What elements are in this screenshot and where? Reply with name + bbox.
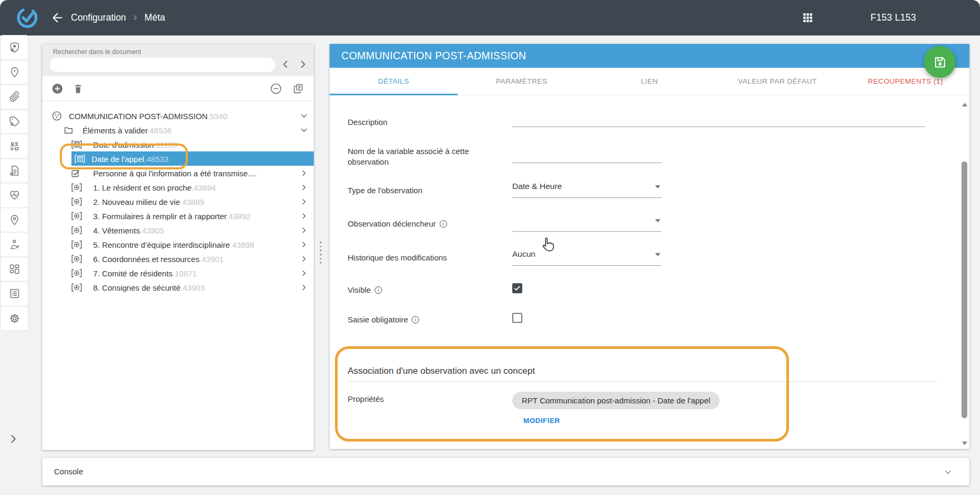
variable-name-input[interactable] xyxy=(512,143,661,163)
tree-item-text: 8. Consignes de sécurité.43903 xyxy=(93,283,205,292)
section-divider xyxy=(348,381,938,382)
info-icon[interactable]: i xyxy=(412,316,419,323)
collapse-all-icon[interactable] xyxy=(270,83,282,95)
node-circle-icon xyxy=(51,110,62,121)
tree-item[interactable]: 6. Coordonnées et ressources.43901 xyxy=(42,251,314,266)
tree-item-id: .48533 xyxy=(144,154,169,163)
trigger-observation-select[interactable] xyxy=(512,212,661,232)
tab-d-tails[interactable]: DÉTAILS xyxy=(330,68,458,95)
breadcrumb-section[interactable]: Configuration xyxy=(71,12,126,23)
scrollbar-thumb[interactable] xyxy=(961,161,967,418)
rail-caregiver-desk-icon[interactable] xyxy=(0,232,29,257)
tab-label: PARAMÈTRES xyxy=(496,77,547,85)
tab-label: RECOUPEMENTS (1) xyxy=(868,77,943,85)
rail-tag-settings-icon[interactable] xyxy=(0,109,29,134)
tree-item[interactable]: 1. Le résident et son proche.43894 xyxy=(42,180,314,194)
tree-item-id: .43905 xyxy=(140,226,164,235)
tree-item[interactable]: Date d'admission.11135 xyxy=(42,137,314,151)
chevron-right-icon[interactable] xyxy=(300,212,308,220)
tab-label: LIEN xyxy=(641,77,658,85)
tree-item[interactable]: 5. Rencontre d’équipe interdisciplinaire… xyxy=(42,237,314,251)
scroll-down-icon[interactable] xyxy=(962,442,967,445)
rail-location-pin-alt-icon[interactable] xyxy=(0,208,29,233)
delete-trash-icon[interactable] xyxy=(72,83,84,95)
chevron-right-icon[interactable] xyxy=(300,183,308,191)
tree-item[interactable]: 7. Comité de résidents.10871 xyxy=(42,266,314,280)
tree-item[interactable]: COMMUNICATION POST-ADMISSION.5340 xyxy=(42,109,314,123)
rail-medical-shield-settings-icon[interactable] xyxy=(0,35,29,60)
search-next-icon[interactable] xyxy=(298,59,308,69)
tree-item-id: .43901 xyxy=(199,254,224,263)
chevron-right-icon[interactable] xyxy=(300,240,308,248)
visible-checkbox[interactable] xyxy=(512,283,522,293)
tab-param-tres[interactable]: PARAMÈTRES xyxy=(458,68,586,95)
variable-name-label: Nom de la variable associé à cette obser… xyxy=(348,146,496,167)
app-logo-check-icon[interactable] xyxy=(16,6,39,29)
rail-document-settings-icon[interactable] xyxy=(0,158,29,184)
description-label: Description xyxy=(348,118,387,127)
rail-list-form-icon[interactable] xyxy=(0,281,29,307)
rail-expand-chevron-icon[interactable] xyxy=(7,433,19,445)
tree-search-header: Rechercher dans le document xyxy=(42,44,314,76)
console-bar[interactable]: Console xyxy=(42,458,969,485)
apps-grid-icon[interactable] xyxy=(802,12,813,23)
observation-field-icon xyxy=(70,268,83,278)
save-button[interactable] xyxy=(924,46,956,78)
duplicate-pages-icon[interactable] xyxy=(292,83,304,95)
modification-history-select[interactable]: Aucun xyxy=(512,246,661,266)
tree-item-text: Personne à qui l'information a été trans… xyxy=(93,168,257,177)
panel-splitter-handle[interactable] xyxy=(319,241,323,264)
tree-item-id: .43894 xyxy=(192,183,216,192)
rail-settings-gear-icon[interactable] xyxy=(0,306,29,331)
tree-item[interactable]: 8. Consignes de sécurité.43903 xyxy=(42,280,314,294)
search-prev-icon[interactable] xyxy=(280,59,291,69)
tree-item-id: .43903 xyxy=(180,283,205,292)
rail-team-settings-icon[interactable] xyxy=(0,133,29,159)
station-label: F153 L153 xyxy=(870,0,916,35)
scroll-up-icon[interactable] xyxy=(962,103,967,106)
tree-item[interactable]: Éléments à valider.48536 xyxy=(42,123,314,137)
info-icon[interactable]: i xyxy=(375,286,382,294)
description-input[interactable] xyxy=(512,107,925,127)
chevron-down-icon[interactable] xyxy=(300,112,308,120)
tree-item-text: Date d'admission.11135 xyxy=(93,140,177,149)
chevron-right-icon[interactable] xyxy=(300,226,308,234)
chevron-right-icon[interactable] xyxy=(300,197,308,205)
tree-item-label: 1. Le résident et son proche xyxy=(93,183,192,192)
back-arrow-icon[interactable] xyxy=(51,11,64,24)
tree-item[interactable]: Date de l'appel.48533 xyxy=(71,151,314,166)
chevron-right-icon[interactable] xyxy=(300,255,308,263)
breadcrumb-page[interactable]: Méta xyxy=(144,12,165,23)
tree-item[interactable]: 3. Formulaires à remplir et à rapporter.… xyxy=(42,209,314,223)
tree-item[interactable]: 4. Vêtements.43905 xyxy=(42,223,314,237)
rail-health-pulse-icon[interactable] xyxy=(0,183,29,208)
vertical-scrollbar[interactable] xyxy=(960,101,968,447)
tab-valeur-par-d-faut[interactable]: VALEUR PAR DÉFAUT xyxy=(713,68,841,95)
add-circle-icon[interactable] xyxy=(51,83,63,95)
tree-item-label: Date d'admission xyxy=(93,140,154,149)
visible-label: Visiblei xyxy=(348,285,382,294)
observation-field-icon xyxy=(70,282,83,292)
chevron-right-icon[interactable] xyxy=(300,169,308,177)
tree-item[interactable]: Personne à qui l'information a été trans… xyxy=(42,166,314,180)
info-icon[interactable]: i xyxy=(440,220,447,228)
rail-attachment-icon[interactable] xyxy=(0,84,29,110)
modify-link[interactable]: MODIFIER xyxy=(523,417,560,425)
observation-type-label: Type de l'observation xyxy=(348,186,422,195)
chevron-right-icon[interactable] xyxy=(300,283,308,291)
chevron-right-icon[interactable] xyxy=(300,269,308,277)
concept-chip[interactable]: RPT Communication post-admission - Date … xyxy=(512,392,720,409)
required-checkbox[interactable] xyxy=(512,313,522,323)
rail-widgets-icon[interactable] xyxy=(0,257,29,282)
tree-item-text: 3. Formulaires à remplir et à rapporter.… xyxy=(93,211,251,220)
rail-location-pin-icon[interactable] xyxy=(0,60,29,85)
chevron-down-icon[interactable] xyxy=(300,126,308,134)
document-search-input[interactable] xyxy=(50,58,275,72)
tab-lien[interactable]: LIEN xyxy=(586,68,714,95)
tree-item[interactable]: 2. Nouveau milieu de vie.43889 xyxy=(42,194,314,209)
tree-item-label: Personne à qui l'information a été trans… xyxy=(93,168,257,177)
checkbox-field-icon xyxy=(70,168,80,178)
console-chevron-down-icon[interactable] xyxy=(943,467,952,476)
observation-type-select[interactable]: Date & Heure xyxy=(512,178,661,198)
tree-item-label: 6. Coordonnées et ressources xyxy=(93,254,199,263)
